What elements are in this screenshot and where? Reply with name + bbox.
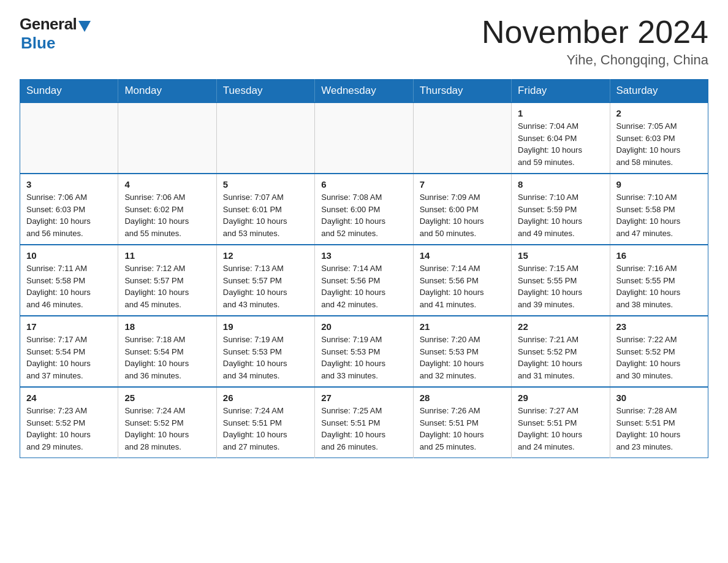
location-subtitle: Yihe, Chongqing, China xyxy=(482,52,708,68)
day-info: Sunrise: 7:21 AM Sunset: 5:52 PM Dayligh… xyxy=(518,334,603,381)
logo-general-text: General xyxy=(20,15,77,34)
day-info: Sunrise: 7:13 AM Sunset: 5:57 PM Dayligh… xyxy=(223,262,308,310)
day-info: Sunrise: 7:12 AM Sunset: 5:57 PM Dayligh… xyxy=(124,262,210,310)
day-number: 29 xyxy=(518,393,603,403)
calendar-cell: 17Sunrise: 7:17 AM Sunset: 5:54 PM Dayli… xyxy=(20,316,118,387)
calendar-week-row: 24Sunrise: 7:23 AM Sunset: 5:52 PM Dayli… xyxy=(20,387,708,458)
calendar-cell: 8Sunrise: 7:10 AM Sunset: 5:59 PM Daylig… xyxy=(512,174,610,245)
day-number: 13 xyxy=(321,250,406,261)
day-info: Sunrise: 7:19 AM Sunset: 5:53 PM Dayligh… xyxy=(223,334,308,381)
weekday-header-sunday: Sunday xyxy=(20,80,118,103)
day-number: 9 xyxy=(616,179,702,190)
calendar-cell: 1Sunrise: 7:04 AM Sunset: 6:04 PM Daylig… xyxy=(512,102,610,174)
calendar-cell: 7Sunrise: 7:09 AM Sunset: 6:00 PM Daylig… xyxy=(413,174,511,245)
calendar-cell xyxy=(118,102,216,174)
day-info: Sunrise: 7:06 AM Sunset: 6:02 PM Dayligh… xyxy=(124,191,210,239)
day-number: 22 xyxy=(518,321,603,332)
day-info: Sunrise: 7:24 AM Sunset: 5:52 PM Dayligh… xyxy=(124,405,210,453)
day-info: Sunrise: 7:19 AM Sunset: 5:53 PM Dayligh… xyxy=(321,334,406,381)
calendar-cell: 27Sunrise: 7:25 AM Sunset: 5:51 PM Dayli… xyxy=(315,387,413,458)
calendar-cell: 5Sunrise: 7:07 AM Sunset: 6:01 PM Daylig… xyxy=(216,174,314,245)
day-info: Sunrise: 7:24 AM Sunset: 5:51 PM Dayligh… xyxy=(223,405,308,453)
day-number: 8 xyxy=(518,179,603,190)
day-info: Sunrise: 7:17 AM Sunset: 5:54 PM Dayligh… xyxy=(26,334,112,381)
calendar-cell: 10Sunrise: 7:11 AM Sunset: 5:58 PM Dayli… xyxy=(20,245,118,316)
day-number: 28 xyxy=(420,393,505,403)
day-info: Sunrise: 7:14 AM Sunset: 5:56 PM Dayligh… xyxy=(420,262,505,310)
calendar-cell xyxy=(20,102,118,174)
calendar-cell: 21Sunrise: 7:20 AM Sunset: 5:53 PM Dayli… xyxy=(413,316,511,387)
day-number: 2 xyxy=(616,108,702,118)
day-number: 11 xyxy=(124,250,210,261)
day-number: 7 xyxy=(420,179,505,190)
day-number: 15 xyxy=(518,250,603,261)
day-number: 26 xyxy=(223,393,308,403)
day-info: Sunrise: 7:11 AM Sunset: 5:58 PM Dayligh… xyxy=(26,262,112,310)
day-info: Sunrise: 7:08 AM Sunset: 6:00 PM Dayligh… xyxy=(321,191,406,239)
day-number: 21 xyxy=(420,321,505,332)
weekday-header-row: SundayMondayTuesdayWednesdayThursdayFrid… xyxy=(20,80,708,103)
calendar-cell: 20Sunrise: 7:19 AM Sunset: 5:53 PM Dayli… xyxy=(315,316,413,387)
day-info: Sunrise: 7:14 AM Sunset: 5:56 PM Dayligh… xyxy=(321,262,406,310)
day-info: Sunrise: 7:25 AM Sunset: 5:51 PM Dayligh… xyxy=(321,405,406,453)
day-number: 10 xyxy=(26,250,112,261)
calendar-cell: 11Sunrise: 7:12 AM Sunset: 5:57 PM Dayli… xyxy=(118,245,216,316)
calendar-cell xyxy=(413,102,511,174)
month-year-title: November 2024 xyxy=(482,15,708,50)
day-info: Sunrise: 7:10 AM Sunset: 5:58 PM Dayligh… xyxy=(616,191,702,239)
calendar-cell: 9Sunrise: 7:10 AM Sunset: 5:58 PM Daylig… xyxy=(610,174,708,245)
calendar-cell xyxy=(216,102,314,174)
calendar-cell: 19Sunrise: 7:19 AM Sunset: 5:53 PM Dayli… xyxy=(216,316,314,387)
weekday-header-saturday: Saturday xyxy=(610,80,708,103)
day-number: 3 xyxy=(26,179,112,190)
calendar-week-row: 3Sunrise: 7:06 AM Sunset: 6:03 PM Daylig… xyxy=(20,174,708,245)
calendar-cell: 3Sunrise: 7:06 AM Sunset: 6:03 PM Daylig… xyxy=(20,174,118,245)
day-number: 19 xyxy=(223,321,308,332)
day-number: 30 xyxy=(616,393,702,403)
calendar-cell: 6Sunrise: 7:08 AM Sunset: 6:00 PM Daylig… xyxy=(315,174,413,245)
day-info: Sunrise: 7:23 AM Sunset: 5:52 PM Dayligh… xyxy=(26,405,112,453)
calendar-cell: 24Sunrise: 7:23 AM Sunset: 5:52 PM Dayli… xyxy=(20,387,118,458)
title-block: November 2024 Yihe, Chongqing, China xyxy=(482,15,708,68)
calendar-cell: 22Sunrise: 7:21 AM Sunset: 5:52 PM Dayli… xyxy=(512,316,610,387)
day-info: Sunrise: 7:05 AM Sunset: 6:03 PM Dayligh… xyxy=(616,120,702,168)
day-number: 4 xyxy=(124,179,210,190)
weekday-header-friday: Friday xyxy=(512,80,610,103)
calendar-cell: 30Sunrise: 7:28 AM Sunset: 5:51 PM Dayli… xyxy=(610,387,708,458)
calendar-week-row: 10Sunrise: 7:11 AM Sunset: 5:58 PM Dayli… xyxy=(20,245,708,316)
day-info: Sunrise: 7:06 AM Sunset: 6:03 PM Dayligh… xyxy=(26,191,112,239)
day-number: 12 xyxy=(223,250,308,261)
day-info: Sunrise: 7:10 AM Sunset: 5:59 PM Dayligh… xyxy=(518,191,603,239)
calendar-cell: 15Sunrise: 7:15 AM Sunset: 5:55 PM Dayli… xyxy=(512,245,610,316)
calendar-cell: 2Sunrise: 7:05 AM Sunset: 6:03 PM Daylig… xyxy=(610,102,708,174)
day-info: Sunrise: 7:26 AM Sunset: 5:51 PM Dayligh… xyxy=(420,405,505,453)
calendar-cell xyxy=(315,102,413,174)
day-number: 1 xyxy=(518,108,603,118)
day-info: Sunrise: 7:04 AM Sunset: 6:04 PM Dayligh… xyxy=(518,120,603,168)
calendar-cell: 12Sunrise: 7:13 AM Sunset: 5:57 PM Dayli… xyxy=(216,245,314,316)
day-info: Sunrise: 7:16 AM Sunset: 5:55 PM Dayligh… xyxy=(616,262,702,310)
calendar-cell: 14Sunrise: 7:14 AM Sunset: 5:56 PM Dayli… xyxy=(413,245,511,316)
day-number: 27 xyxy=(321,393,406,403)
day-number: 18 xyxy=(124,321,210,332)
day-info: Sunrise: 7:15 AM Sunset: 5:55 PM Dayligh… xyxy=(518,262,603,310)
day-number: 14 xyxy=(420,250,505,261)
logo: General Blue xyxy=(20,15,91,53)
calendar-cell: 4Sunrise: 7:06 AM Sunset: 6:02 PM Daylig… xyxy=(118,174,216,245)
day-info: Sunrise: 7:20 AM Sunset: 5:53 PM Dayligh… xyxy=(420,334,505,381)
day-number: 17 xyxy=(26,321,112,332)
calendar-week-row: 17Sunrise: 7:17 AM Sunset: 5:54 PM Dayli… xyxy=(20,316,708,387)
day-info: Sunrise: 7:22 AM Sunset: 5:52 PM Dayligh… xyxy=(616,334,702,381)
calendar-cell: 25Sunrise: 7:24 AM Sunset: 5:52 PM Dayli… xyxy=(118,387,216,458)
day-number: 16 xyxy=(616,250,702,261)
day-info: Sunrise: 7:09 AM Sunset: 6:00 PM Dayligh… xyxy=(420,191,505,239)
weekday-header-monday: Monday xyxy=(118,80,216,103)
calendar-cell: 18Sunrise: 7:18 AM Sunset: 5:54 PM Dayli… xyxy=(118,316,216,387)
logo-blue-text: Blue xyxy=(21,34,55,53)
day-info: Sunrise: 7:28 AM Sunset: 5:51 PM Dayligh… xyxy=(616,405,702,453)
day-info: Sunrise: 7:18 AM Sunset: 5:54 PM Dayligh… xyxy=(124,334,210,381)
weekday-header-wednesday: Wednesday xyxy=(315,80,413,103)
page-header: General Blue November 2024 Yihe, Chongqi… xyxy=(20,15,708,68)
calendar-cell: 26Sunrise: 7:24 AM Sunset: 5:51 PM Dayli… xyxy=(216,387,314,458)
day-number: 6 xyxy=(321,179,406,190)
